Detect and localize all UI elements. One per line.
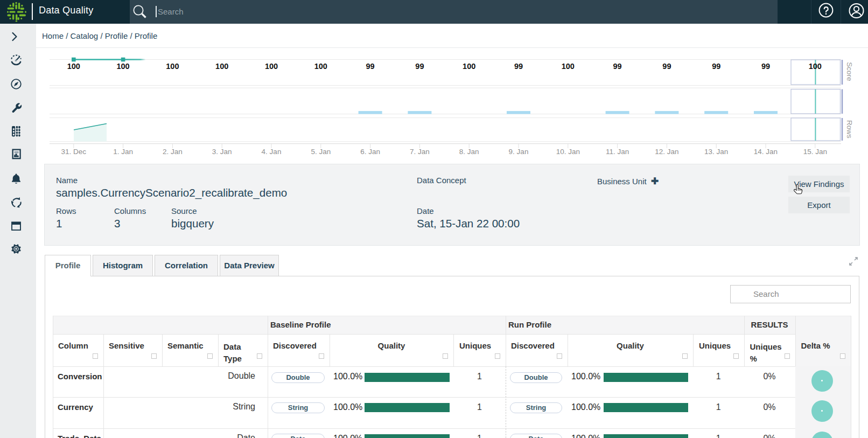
svg-text:1. Jan: 1. Jan xyxy=(113,148,133,156)
svg-text:3. Jan: 3. Jan xyxy=(212,148,232,156)
svg-text:100: 100 xyxy=(314,62,327,71)
svg-text:100: 100 xyxy=(265,62,278,71)
svg-text:15. Jan: 15. Jan xyxy=(803,148,827,156)
svg-text:99: 99 xyxy=(761,62,770,71)
svg-text:11. Jan: 11. Jan xyxy=(606,148,629,156)
svg-text:100: 100 xyxy=(215,62,228,71)
svg-text:Rows: Rows xyxy=(845,120,853,138)
svg-text:99: 99 xyxy=(514,62,523,71)
svg-text:99: 99 xyxy=(415,62,424,71)
svg-text:12. Jan: 12. Jan xyxy=(655,148,678,156)
svg-text:31. Dec: 31. Dec xyxy=(61,148,87,156)
svg-text:10. Jan: 10. Jan xyxy=(556,148,580,156)
svg-text:100: 100 xyxy=(67,62,80,71)
svg-text:7. Jan: 7. Jan xyxy=(410,148,430,156)
svg-text:99: 99 xyxy=(712,62,720,71)
svg-text:100: 100 xyxy=(166,62,179,71)
svg-text:Score: Score xyxy=(845,62,853,81)
svg-text:99: 99 xyxy=(366,62,375,71)
svg-text:100: 100 xyxy=(562,62,575,71)
svg-text:99: 99 xyxy=(662,62,671,71)
svg-text:4. Jan: 4. Jan xyxy=(262,148,282,156)
svg-text:6. Jan: 6. Jan xyxy=(360,148,380,156)
svg-text:100: 100 xyxy=(116,62,129,71)
svg-text:9. Jan: 9. Jan xyxy=(509,148,529,156)
svg-text:8. Jan: 8. Jan xyxy=(459,148,479,156)
svg-text:100: 100 xyxy=(809,62,822,71)
svg-text:5. Jan: 5. Jan xyxy=(311,148,331,156)
svg-text:2. Jan: 2. Jan xyxy=(163,148,183,156)
svg-text:13. Jan: 13. Jan xyxy=(704,148,728,156)
svg-text:99: 99 xyxy=(613,62,622,71)
svg-text:14. Jan: 14. Jan xyxy=(754,148,778,156)
svg-text:100: 100 xyxy=(463,62,475,71)
